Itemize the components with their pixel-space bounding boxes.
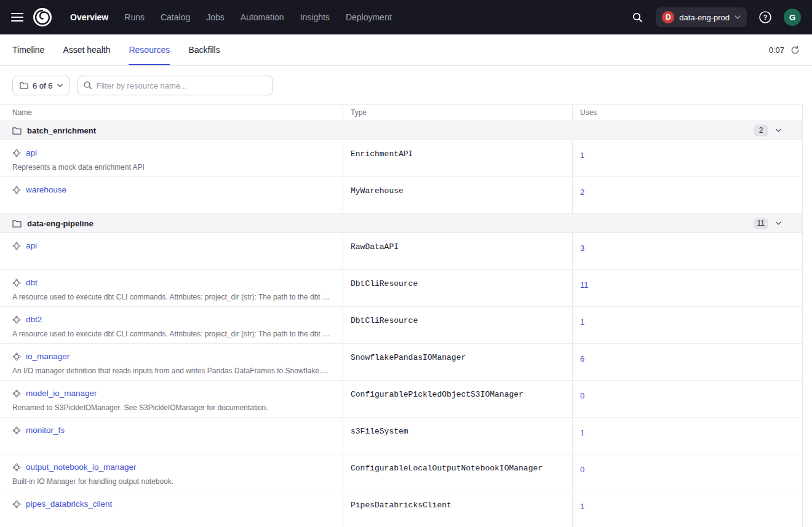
- resource-uses-link[interactable]: 2: [580, 188, 584, 197]
- nav-item-deployment[interactable]: Deployment: [346, 12, 392, 22]
- resource-description: An I/O manager definition that reads inp…: [12, 367, 330, 375]
- resource-icon: [12, 352, 21, 361]
- resource-row: output_notebook_io_manager Built-in IO M…: [0, 454, 802, 491]
- nav-item-catalog[interactable]: Catalog: [161, 12, 190, 22]
- resource-row: io_manager An I/O manager definition tha…: [0, 344, 802, 381]
- resource-uses-link[interactable]: 6: [580, 354, 584, 363]
- resource-uses-cell: 11: [572, 270, 802, 306]
- dagster-logo[interactable]: [32, 7, 53, 28]
- folder-icon: [12, 127, 22, 135]
- code-location-filter-label: 6 of 6: [33, 81, 53, 90]
- dagster-logo-icon: [32, 7, 53, 28]
- resource-name-cell: output_notebook_io_manager Built-in IO M…: [0, 454, 343, 491]
- tab-asset-health[interactable]: Asset health: [63, 34, 110, 65]
- resource-name-link[interactable]: api: [26, 148, 37, 157]
- resource-type: EnrichmentAPI: [343, 140, 572, 176]
- column-header-type: Type: [343, 105, 572, 121]
- resource-uses-link[interactable]: 0: [580, 465, 584, 474]
- code-location-filter-button[interactable]: 6 of 6: [12, 76, 70, 95]
- resource-icon: [12, 315, 21, 324]
- resource-name-cell: dbt2 A resource used to execute dbt CLI …: [0, 307, 343, 343]
- resource-uses-link[interactable]: 1: [580, 502, 584, 511]
- resource-name-cell: io_manager An I/O manager definition tha…: [0, 344, 343, 380]
- resource-group-row[interactable]: batch_enrichment 2: [0, 121, 802, 140]
- resource-name-link[interactable]: dbt2: [26, 315, 42, 324]
- resources-table: Name Type Uses batch_enrichment 2: [0, 104, 803, 527]
- resource-uses-link[interactable]: 1: [580, 428, 584, 437]
- resource-type: RawDataAPI: [343, 233, 572, 269]
- deployment-switcher[interactable]: D data-eng-prod: [656, 7, 747, 27]
- resource-name-cell: dbt A resource used to execute dbt CLI c…: [0, 270, 343, 306]
- group-name: batch_enrichment: [27, 126, 96, 135]
- search-button[interactable]: [627, 7, 647, 27]
- resource-name-cell: monitor_fs: [0, 418, 343, 454]
- tab-backfills[interactable]: Backfills: [188, 34, 220, 65]
- nav-item-runs[interactable]: Runs: [124, 12, 145, 22]
- collapse-caret-icon[interactable]: [776, 221, 781, 225]
- nav-right-controls: D data-eng-prod ? G: [627, 7, 801, 27]
- search-icon: [632, 12, 643, 23]
- resource-type: s3FileSystem: [343, 418, 572, 454]
- resource-type: PipesDatabricksClient: [343, 491, 572, 527]
- resource-icon: [12, 389, 21, 398]
- resource-group-row[interactable]: data-eng-pipeline 11: [0, 214, 802, 233]
- column-header-uses: Uses: [572, 105, 802, 121]
- resource-uses-link[interactable]: 0: [580, 391, 584, 400]
- refresh-button[interactable]: [790, 46, 800, 55]
- resource-uses-link[interactable]: 1: [580, 317, 584, 327]
- help-icon: ?: [758, 10, 772, 24]
- resource-uses-link[interactable]: 11: [580, 280, 589, 290]
- resource-type: SnowflakePandasIOManager: [343, 344, 572, 380]
- resource-uses-cell: 3: [572, 233, 802, 269]
- nav-item-insights[interactable]: Insights: [300, 12, 330, 22]
- resource-name-link[interactable]: io_manager: [26, 352, 70, 361]
- nav-item-overview[interactable]: Overview: [70, 12, 108, 22]
- user-avatar[interactable]: G: [784, 9, 801, 26]
- search-icon: [83, 81, 92, 90]
- resource-type: DbtCliResource: [343, 307, 572, 343]
- resource-description: Built-in IO Manager for handling output …: [12, 477, 330, 486]
- primary-nav: Overview Runs Catalog Jobs Automation In…: [70, 12, 392, 22]
- resource-name-link[interactable]: monitor_fs: [26, 426, 65, 435]
- deployment-name: data-eng-prod: [679, 13, 730, 22]
- resource-name-link[interactable]: model_io_manager: [26, 389, 97, 398]
- resource-uses-cell: 1: [572, 307, 802, 343]
- folder-icon: [20, 82, 28, 89]
- hamburger-menu-icon[interactable]: [11, 13, 23, 22]
- deployment-badge: D: [662, 11, 674, 23]
- collapse-caret-icon[interactable]: [776, 129, 781, 132]
- resource-name-link[interactable]: output_notebook_io_manager: [26, 462, 136, 472]
- resource-description: Represents a mock data enrichment API: [12, 163, 330, 172]
- tab-resources[interactable]: Resources: [129, 34, 170, 65]
- resource-row: pipes_databricks_client PipesDatabricksC…: [0, 491, 802, 527]
- resource-name-link[interactable]: pipes_databricks_client: [26, 499, 112, 509]
- table-header-row: Name Type Uses: [0, 104, 802, 121]
- resource-row: model_io_manager Renamed to S3PickleIOMa…: [0, 381, 802, 418]
- chevron-down-icon: [57, 84, 63, 87]
- resource-name-link[interactable]: warehouse: [26, 185, 66, 194]
- resource-uses-cell: 1: [572, 491, 802, 527]
- resource-uses-cell: 1: [572, 140, 802, 176]
- resource-row: warehouse MyWarehouse 2: [0, 177, 802, 214]
- filter-row: 6 of 6: [0, 66, 812, 104]
- resource-icon: [12, 500, 21, 509]
- nav-item-automation[interactable]: Automation: [241, 12, 284, 22]
- folder-icon: [12, 220, 22, 228]
- help-button[interactable]: ?: [755, 7, 775, 27]
- resource-uses-cell: 0: [572, 454, 802, 491]
- resource-filter-input[interactable]: [78, 76, 273, 95]
- resource-name-cell: warehouse: [0, 177, 343, 213]
- resource-name-link[interactable]: api: [26, 241, 37, 250]
- resource-name-link[interactable]: dbt: [26, 278, 38, 287]
- resource-name-cell: model_io_manager Renamed to S3PickleIOMa…: [0, 381, 343, 417]
- resource-uses-link[interactable]: 3: [580, 244, 584, 253]
- resource-row: api RawDataAPI 3: [0, 233, 802, 270]
- tab-timeline[interactable]: Timeline: [12, 34, 44, 65]
- resource-description: A resource used to execute dbt CLI comma…: [12, 293, 330, 301]
- resource-icon: [12, 426, 21, 435]
- resource-icon: [12, 149, 21, 157]
- group-name: data-eng-pipeline: [27, 219, 94, 228]
- nav-item-jobs[interactable]: Jobs: [206, 12, 225, 22]
- resource-type: ConfigurablePickledObjectS3IOManager: [343, 381, 572, 417]
- resource-uses-link[interactable]: 1: [580, 151, 584, 160]
